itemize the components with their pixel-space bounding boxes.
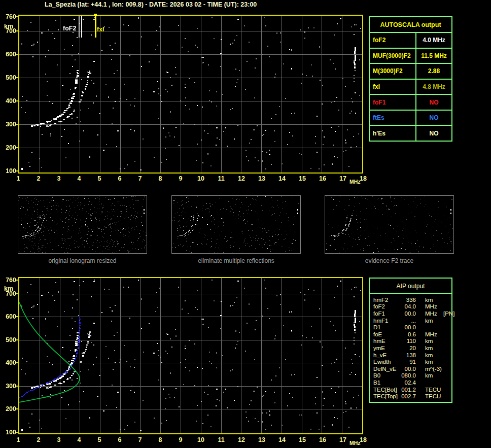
aip-row: Ewidth91km [373, 358, 451, 365]
thumb-evidence-caption: evidence F2 trace [325, 257, 454, 264]
aip-row: D100.0 [373, 324, 451, 331]
aip-param-label: TEC[Top] [373, 393, 400, 399]
aip-row: hmF2336km [373, 296, 451, 303]
thumb-evidence-f2 [325, 195, 454, 254]
aip-row: hmF1...km [373, 317, 451, 324]
y-tick-mark [16, 280, 18, 281]
x-tick-label: 3 [57, 175, 61, 182]
aip-row: TEC[Top]002.7TECU [373, 393, 451, 400]
aip-row: TEC[Bot]001.2TECU [373, 386, 451, 393]
aip-param-unit: TECU [425, 387, 443, 393]
y-tick-label: 400 [1, 359, 16, 366]
x-tick-label: 8 [159, 436, 162, 443]
aip-param-value: 138 [400, 352, 416, 358]
autoscala-row: M(3000)F22.88 [370, 64, 451, 80]
x-tick-label: 11 [218, 175, 224, 182]
y-tick-label: 760 [1, 277, 16, 284]
aip-param-value: 91 [400, 359, 416, 365]
x-tick-label: 14 [278, 175, 286, 182]
aip-param-value: 002.7 [400, 393, 416, 399]
y-tick-label: 600 [1, 313, 16, 320]
thumb-eliminate-canvas [172, 196, 300, 253]
aip-row: hmE110km [373, 338, 451, 345]
aip-param-unit: km [425, 352, 443, 358]
aip-row: B102.4 [373, 379, 451, 386]
x-tick-label: 5 [98, 436, 101, 443]
aip-param-label: TEC[Bot] [373, 387, 400, 393]
autoscala-param-value: NO [416, 126, 451, 141]
aip-param-label: D1 [373, 324, 400, 330]
autoscala-param-label: MUF(3000)F2 [370, 49, 416, 63]
thumb-eliminate-reflections [171, 195, 301, 254]
aip-param-value: 336 [400, 297, 416, 303]
aip-param-value: 080.0 [400, 372, 416, 378]
x-tick-label: 10 [197, 436, 204, 443]
fxi-marker-label: fxI [97, 26, 104, 33]
aip-param-label: hmF1 [373, 318, 400, 324]
x-tick-label: 13 [258, 436, 265, 443]
aip-row: foF100.0MHz[PN] [373, 310, 451, 317]
profile-ionogram-canvas [19, 278, 362, 433]
autoscala-param-label: fxI [370, 80, 416, 94]
autoscala-row: MUF(3000)F211.5 MHz [370, 49, 451, 64]
aip-param-value: 0.6 [400, 331, 416, 337]
aip-param-unit: TECU [425, 393, 443, 399]
autoscala-param-value: 11.5 MHz [416, 49, 451, 63]
aip-row: h_vE138km [373, 352, 451, 359]
y-tick-mark [16, 339, 18, 340]
x-tick-label: 16 [319, 436, 326, 443]
thumb-eliminate-caption: eliminate multiple reflections [171, 257, 301, 264]
x-tick-label: 8 [159, 175, 162, 182]
y-tick-mark [16, 30, 18, 31]
x-tick-label: 6 [118, 175, 122, 182]
x-tick-label: 12 [238, 436, 245, 443]
aip-param-unit: km [425, 345, 443, 351]
station-title: La_Spezia (lat: +44.1 , lon: 009.8) - DA… [45, 1, 257, 8]
autoscala-param-label: M(3000)F2 [370, 64, 416, 79]
x-tick-label: 6 [118, 436, 122, 443]
fxi-marker-cap [94, 14, 97, 16]
x-tick-label: 4 [78, 436, 81, 443]
aip-param-value: 001.2 [400, 387, 416, 393]
aip-table-rows: hmF2336kmfoF204.0MHzfoF100.0MHz[PN]hmF1.… [370, 294, 451, 400]
y-tick-label: 300 [1, 121, 16, 128]
aip-param-label: h_vE [373, 352, 400, 358]
y-tick-mark [16, 77, 18, 78]
aip-param-value: 110 [400, 338, 416, 344]
autoscala-param-label: h'Es [370, 126, 416, 141]
aip-param-unit: km [425, 318, 443, 324]
y-tick-label: 500 [1, 74, 16, 81]
aip-output-table: AIP output hmF2336kmfoF204.0MHzfoF100.0M… [369, 278, 452, 403]
y-tick-mark [16, 100, 18, 101]
profile-ionogram-plot [18, 277, 363, 434]
aip-param-label: B1 [373, 380, 400, 386]
x-tick-label: 7 [138, 175, 142, 182]
aip-param-label: Ewidth [373, 359, 400, 365]
aip-param-label: foE [373, 331, 400, 337]
aip-row: ymE20km [373, 344, 451, 352]
y-tick-mark [16, 54, 18, 55]
aip-param-value: ... [400, 318, 416, 324]
autoscala-param-value: NO [416, 111, 451, 125]
aip-param-unit: km [425, 359, 443, 365]
y-tick-mark [16, 362, 18, 363]
x-tick-label: 7 [138, 436, 142, 443]
aip-param-unit: km [425, 297, 443, 303]
y-tick-label: 700 [1, 27, 16, 35]
y-tick-label: 200 [1, 144, 16, 151]
autoscala-row: foF1NO [370, 95, 451, 111]
y-tick-label: 500 [1, 336, 16, 343]
aip-row: DelN_vE00.0m^(-3) [373, 365, 451, 372]
aip-param-value: 00.0 [400, 366, 416, 372]
main-ionogram-canvas [19, 16, 362, 173]
x-tick-label: 1 [17, 436, 20, 443]
thumb-original-canvas [18, 196, 147, 253]
aip-param-label: foF2 [373, 303, 400, 309]
autoscala-table-title: AUTOSCALA output [370, 17, 451, 33]
aip-param-unit: MHz [425, 303, 443, 309]
x-tick-label: 11 [218, 436, 224, 443]
thumb-original-caption: original ionogram resized [18, 257, 147, 264]
autoscala-output-table: AUTOSCALA output foF24.0 MHzMUF(3000)F21… [369, 16, 452, 142]
y-tick-label: 760 [1, 13, 16, 20]
x-tick-label: 3 [57, 436, 61, 443]
